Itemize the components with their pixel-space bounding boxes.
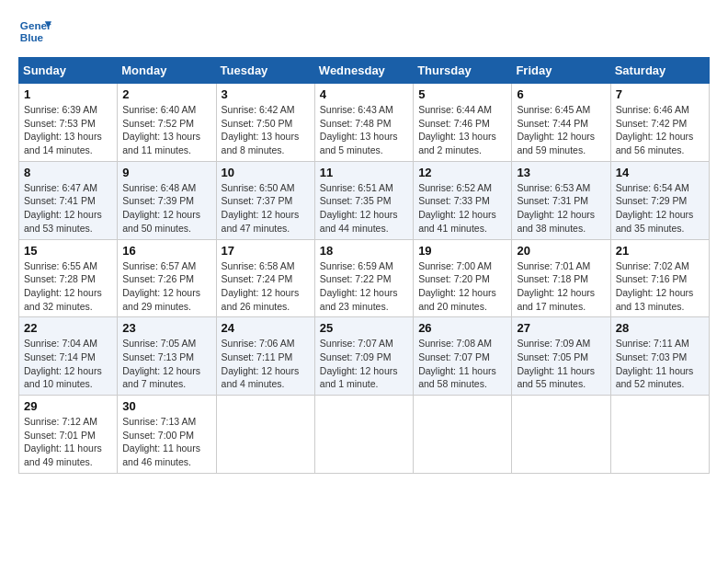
logo-icon: General Blue — [18, 15, 51, 48]
day-detail: Sunrise: 6:58 AMSunset: 7:24 PMDaylight:… — [222, 260, 300, 312]
day-number: 1 — [24, 87, 112, 101]
day-detail: Sunrise: 7:02 AMSunset: 7:16 PMDaylight:… — [616, 260, 694, 312]
day-number: 14 — [616, 166, 704, 179]
weekday-header-sunday: Sunday — [19, 58, 118, 84]
weekday-header-tuesday: Tuesday — [216, 58, 314, 84]
svg-text:General: General — [20, 19, 51, 31]
weekday-header-saturday: Saturday — [610, 58, 709, 84]
day-number: 3 — [222, 87, 310, 101]
day-detail: Sunrise: 6:39 AMSunset: 7:53 PMDaylight:… — [24, 104, 102, 155]
day-number: 15 — [24, 244, 112, 258]
calendar-cell: 23 Sunrise: 7:05 AMSunset: 7:13 PMDaylig… — [118, 317, 216, 396]
day-detail: Sunrise: 6:48 AMSunset: 7:39 PMDaylight:… — [122, 182, 200, 234]
day-detail: Sunrise: 6:51 AMSunset: 7:35 PMDaylight:… — [320, 182, 398, 234]
calendar-cell: 14 Sunrise: 6:54 AMSunset: 7:29 PMDaylig… — [610, 161, 709, 239]
day-detail: Sunrise: 6:54 AMSunset: 7:29 PMDaylight:… — [616, 182, 694, 234]
day-number: 27 — [517, 321, 605, 335]
calendar-cell: 26 Sunrise: 7:08 AMSunset: 7:07 PMDaylig… — [414, 317, 512, 396]
day-number: 8 — [24, 166, 112, 179]
day-number: 7 — [616, 87, 704, 101]
day-detail: Sunrise: 6:44 AMSunset: 7:46 PMDaylight:… — [418, 104, 496, 155]
day-number: 28 — [616, 321, 704, 335]
day-number: 17 — [222, 244, 310, 258]
day-number: 26 — [418, 321, 506, 335]
day-detail: Sunrise: 7:13 AMSunset: 7:00 PMDaylight:… — [122, 416, 200, 467]
day-detail: Sunrise: 7:04 AMSunset: 7:14 PMDaylight:… — [24, 338, 102, 389]
calendar-week-2: 8 Sunrise: 6:47 AMSunset: 7:41 PMDayligh… — [19, 161, 710, 239]
day-detail: Sunrise: 6:47 AMSunset: 7:41 PMDaylight:… — [24, 182, 102, 234]
calendar-cell: 1 Sunrise: 6:39 AMSunset: 7:53 PMDayligh… — [19, 84, 118, 162]
calendar-cell — [512, 396, 610, 474]
calendar-cell: 20 Sunrise: 7:01 AMSunset: 7:18 PMDaylig… — [512, 239, 610, 317]
day-number: 25 — [320, 321, 408, 335]
calendar-header-row: SundayMondayTuesdayWednesdayThursdayFrid… — [19, 58, 710, 84]
day-number: 21 — [616, 244, 704, 258]
day-detail: Sunrise: 7:00 AMSunset: 7:20 PMDaylight:… — [418, 260, 496, 312]
calendar-cell: 7 Sunrise: 6:46 AMSunset: 7:42 PMDayligh… — [610, 84, 709, 162]
calendar-cell: 18 Sunrise: 6:59 AMSunset: 7:22 PMDaylig… — [314, 239, 413, 317]
calendar-cell: 25 Sunrise: 7:07 AMSunset: 7:09 PMDaylig… — [314, 317, 413, 396]
calendar-cell: 19 Sunrise: 7:00 AMSunset: 7:20 PMDaylig… — [414, 239, 512, 317]
calendar-cell: 5 Sunrise: 6:44 AMSunset: 7:46 PMDayligh… — [414, 84, 512, 162]
calendar-cell: 28 Sunrise: 7:11 AMSunset: 7:03 PMDaylig… — [610, 317, 709, 396]
day-number: 22 — [24, 321, 112, 335]
day-detail: Sunrise: 7:01 AMSunset: 7:18 PMDaylight:… — [517, 260, 595, 312]
day-detail: Sunrise: 6:57 AMSunset: 7:26 PMDaylight:… — [122, 260, 200, 312]
weekday-header-monday: Monday — [118, 58, 216, 84]
day-detail: Sunrise: 7:09 AMSunset: 7:05 PMDaylight:… — [517, 338, 595, 389]
calendar-cell — [610, 396, 709, 474]
calendar-cell: 29 Sunrise: 7:12 AMSunset: 7:01 PMDaylig… — [19, 396, 118, 474]
day-detail: Sunrise: 7:07 AMSunset: 7:09 PMDaylight:… — [320, 338, 398, 389]
calendar-cell: 30 Sunrise: 7:13 AMSunset: 7:00 PMDaylig… — [118, 396, 216, 474]
calendar-cell: 12 Sunrise: 6:52 AMSunset: 7:33 PMDaylig… — [414, 161, 512, 239]
day-number: 9 — [122, 166, 210, 179]
day-number: 2 — [122, 87, 210, 101]
calendar-cell: 4 Sunrise: 6:43 AMSunset: 7:48 PMDayligh… — [314, 84, 413, 162]
calendar-week-5: 29 Sunrise: 7:12 AMSunset: 7:01 PMDaylig… — [19, 396, 710, 474]
calendar-table: SundayMondayTuesdayWednesdayThursdayFrid… — [18, 57, 710, 474]
calendar-cell: 17 Sunrise: 6:58 AMSunset: 7:24 PMDaylig… — [216, 239, 314, 317]
day-detail: Sunrise: 7:08 AMSunset: 7:07 PMDaylight:… — [418, 338, 496, 389]
calendar-cell: 27 Sunrise: 7:09 AMSunset: 7:05 PMDaylig… — [512, 317, 610, 396]
svg-text:Blue: Blue — [20, 31, 44, 43]
calendar-cell — [314, 396, 413, 474]
day-number: 10 — [222, 166, 310, 179]
weekday-header-thursday: Thursday — [414, 58, 512, 84]
day-number: 16 — [122, 244, 210, 258]
calendar-cell: 16 Sunrise: 6:57 AMSunset: 7:26 PMDaylig… — [118, 239, 216, 317]
day-detail: Sunrise: 6:53 AMSunset: 7:31 PMDaylight:… — [517, 182, 595, 234]
day-detail: Sunrise: 6:42 AMSunset: 7:50 PMDaylight:… — [222, 104, 300, 155]
day-number: 13 — [517, 166, 605, 179]
day-number: 12 — [418, 166, 506, 179]
calendar-cell — [414, 396, 512, 474]
calendar-cell: 21 Sunrise: 7:02 AMSunset: 7:16 PMDaylig… — [610, 239, 709, 317]
calendar-week-1: 1 Sunrise: 6:39 AMSunset: 7:53 PMDayligh… — [19, 84, 710, 162]
calendar-cell: 11 Sunrise: 6:51 AMSunset: 7:35 PMDaylig… — [314, 161, 413, 239]
day-detail: Sunrise: 6:43 AMSunset: 7:48 PMDaylight:… — [320, 104, 398, 155]
calendar-cell: 6 Sunrise: 6:45 AMSunset: 7:44 PMDayligh… — [512, 84, 610, 162]
day-detail: Sunrise: 7:12 AMSunset: 7:01 PMDaylight:… — [24, 416, 102, 467]
calendar-cell: 22 Sunrise: 7:04 AMSunset: 7:14 PMDaylig… — [19, 317, 118, 396]
calendar-cell: 24 Sunrise: 7:06 AMSunset: 7:11 PMDaylig… — [216, 317, 314, 396]
calendar-cell: 13 Sunrise: 6:53 AMSunset: 7:31 PMDaylig… — [512, 161, 610, 239]
day-number: 20 — [517, 244, 605, 258]
calendar-cell: 15 Sunrise: 6:55 AMSunset: 7:28 PMDaylig… — [19, 239, 118, 317]
day-number: 19 — [418, 244, 506, 258]
calendar-cell: 8 Sunrise: 6:47 AMSunset: 7:41 PMDayligh… — [19, 161, 118, 239]
weekday-header-friday: Friday — [512, 58, 610, 84]
day-detail: Sunrise: 6:40 AMSunset: 7:52 PMDaylight:… — [122, 104, 200, 155]
calendar-cell: 2 Sunrise: 6:40 AMSunset: 7:52 PMDayligh… — [118, 84, 216, 162]
calendar-cell: 3 Sunrise: 6:42 AMSunset: 7:50 PMDayligh… — [216, 84, 314, 162]
day-detail: Sunrise: 6:50 AMSunset: 7:37 PMDaylight:… — [222, 182, 300, 234]
day-number: 30 — [122, 399, 210, 413]
calendar-week-4: 22 Sunrise: 7:04 AMSunset: 7:14 PMDaylig… — [19, 317, 710, 396]
weekday-header-wednesday: Wednesday — [314, 58, 413, 84]
day-number: 4 — [320, 87, 408, 101]
day-number: 24 — [222, 321, 310, 335]
day-number: 6 — [517, 87, 605, 101]
calendar-cell — [216, 396, 314, 474]
day-detail: Sunrise: 7:06 AMSunset: 7:11 PMDaylight:… — [222, 338, 300, 389]
calendar-cell: 10 Sunrise: 6:50 AMSunset: 7:37 PMDaylig… — [216, 161, 314, 239]
day-detail: Sunrise: 6:59 AMSunset: 7:22 PMDaylight:… — [320, 260, 398, 312]
day-detail: Sunrise: 6:55 AMSunset: 7:28 PMDaylight:… — [24, 260, 102, 312]
